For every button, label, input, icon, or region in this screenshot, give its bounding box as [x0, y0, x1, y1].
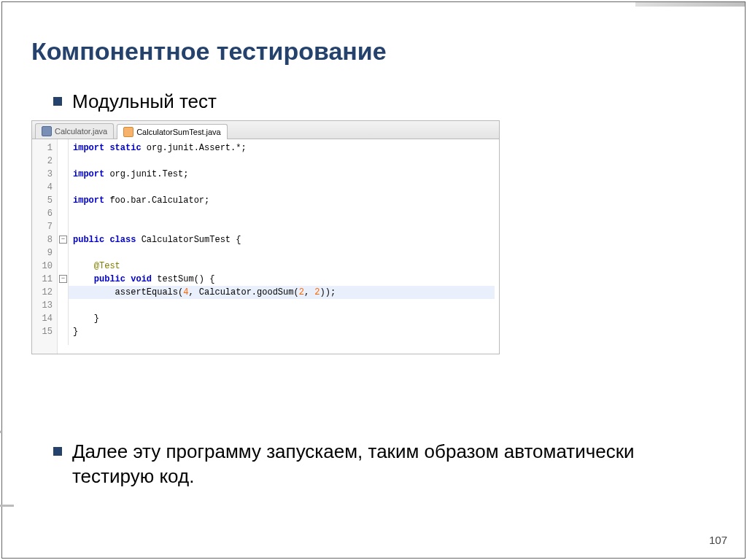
- line-number: 12: [35, 286, 53, 299]
- java-file-icon: [123, 127, 133, 137]
- bullet-list-bottom: Далее эту программу запускаем, таким обр…: [53, 440, 681, 494]
- line-number: 3: [35, 168, 53, 181]
- line-number: 8: [35, 233, 53, 246]
- decorative-bar: [0, 505, 14, 507]
- code-line: }: [73, 314, 99, 324]
- code-line: import static org.junit.Assert.*;: [73, 143, 247, 153]
- line-number: 2: [35, 155, 53, 168]
- code-line: public void testSum() {: [73, 274, 214, 284]
- fold-toggle-icon[interactable]: −: [59, 236, 67, 244]
- line-number: 9: [35, 246, 53, 260]
- code-line: public class CalculatorSumTest {: [73, 235, 241, 245]
- page-number: 107: [709, 534, 727, 546]
- line-number: 4: [35, 181, 53, 194]
- code-line: }: [73, 327, 78, 337]
- code-line: import org.junit.Test;: [73, 169, 188, 179]
- line-number: 11: [35, 273, 53, 286]
- tab-label: Calculator.java: [55, 127, 107, 136]
- slide-frame: Компонентное тестирование Модульный тест…: [1, 1, 746, 559]
- fold-toggle-icon[interactable]: −: [59, 275, 67, 283]
- line-number: 7: [35, 220, 53, 233]
- line-number: 10: [35, 260, 53, 273]
- code-content: import static org.junit.Assert.*; import…: [69, 139, 499, 354]
- line-number-gutter: 123456789101112131415: [32, 139, 58, 354]
- bullet-item: Далее эту программу запускаем, таким обр…: [53, 440, 681, 489]
- code-line: @Test: [73, 261, 120, 271]
- code-line: import foo.bar.Calculator;: [73, 195, 209, 206]
- line-number: 5: [35, 194, 53, 207]
- editor-tab[interactable]: CalculatorSumTest.java: [117, 124, 228, 139]
- editor-tabs: Calculator.javaCalculatorSumTest.java: [32, 121, 499, 139]
- line-number: 15: [35, 325, 53, 338]
- line-number: 1: [35, 141, 53, 155]
- bullet-list-top: Модульный тест: [53, 90, 217, 119]
- fold-column: −−: [58, 139, 69, 345]
- line-number: 14: [35, 312, 53, 325]
- code-line: assertEquals(4, Calculator.goodSum(2, 2)…: [69, 286, 495, 299]
- line-number: 13: [35, 299, 53, 312]
- tab-label: CalculatorSumTest.java: [136, 128, 221, 136]
- copyright-text: © Luxoft Training 2012: [0, 408, 14, 507]
- editor-tab[interactable]: Calculator.java: [35, 123, 114, 139]
- bullet-item: Модульный тест: [53, 90, 217, 114]
- accent-bar: [635, 2, 745, 7]
- slide-title: Компонентное тестирование: [31, 37, 387, 66]
- editor-body: 123456789101112131415 −− import static o…: [32, 139, 499, 354]
- line-number: 6: [35, 207, 53, 220]
- java-file-icon: [42, 126, 52, 136]
- code-editor: Calculator.javaCalculatorSumTest.java 12…: [31, 120, 500, 354]
